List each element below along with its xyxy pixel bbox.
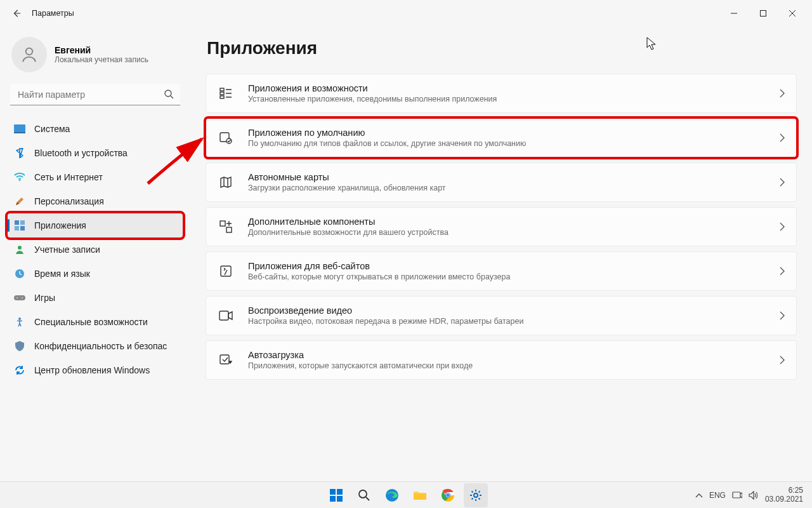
accessibility-icon (14, 316, 25, 328)
search-input[interactable] (10, 84, 180, 105)
minimize-icon (731, 10, 737, 17)
tray-date: 03.09.2021 (765, 495, 803, 504)
svg-rect-28 (330, 496, 336, 502)
nav-label: Специальные возможности (34, 317, 148, 327)
card-apps-for-websites[interactable]: Приложения для веб-сайтовВеб-сайты, кото… (206, 251, 797, 291)
card-title: Приложения и возможности (248, 83, 780, 93)
close-icon (789, 10, 796, 17)
nav-personalization[interactable]: Персонализация (8, 189, 183, 213)
card-optional-features[interactable]: Дополнительные компонентыДополнительные … (206, 207, 797, 246)
bluetooth-icon (14, 147, 25, 159)
nav-label: Сеть и Интернет (34, 172, 103, 182)
card-subtitle: Приложения, которые запускаются автомати… (248, 361, 780, 370)
apps-features-icon (218, 85, 234, 102)
maximize-button[interactable] (749, 3, 778, 23)
svg-rect-17 (220, 92, 224, 95)
nav-bluetooth[interactable]: Bluetooth и устройства (8, 141, 183, 165)
svg-point-13 (16, 297, 18, 298)
svg-point-1 (26, 48, 33, 55)
svg-point-37 (474, 493, 478, 497)
wifi-icon (14, 171, 25, 183)
nav-label: Приложения (34, 220, 86, 231)
apps-icon (14, 220, 25, 231)
svg-rect-38 (733, 492, 740, 498)
nav-apps[interactable]: Приложения (8, 213, 183, 237)
tray-language[interactable]: ENG (709, 491, 726, 500)
maximize-icon (760, 10, 766, 17)
card-startup[interactable]: АвтозагрузкаПриложения, которые запускаю… (206, 340, 797, 380)
svg-point-30 (359, 490, 367, 498)
svg-rect-6 (15, 220, 19, 225)
card-subtitle: Дополнительные возможности для вашего ус… (248, 228, 780, 237)
nav-label: Персонализация (34, 196, 104, 206)
tray-chevron-icon[interactable] (695, 493, 703, 498)
chevron-right-icon (780, 311, 785, 320)
card-title: Воспроизведение видео (248, 305, 780, 316)
svg-rect-21 (220, 221, 225, 226)
nav-network[interactable]: Сеть и Интернет (8, 165, 183, 189)
card-subtitle: Установленные приложения, псевдонимы вып… (248, 95, 780, 104)
page-title: Приложения (207, 38, 797, 58)
nav-time-language[interactable]: Время и язык (8, 262, 183, 286)
default-apps-icon (218, 130, 234, 146)
time-icon (14, 268, 25, 279)
search-icon (164, 89, 174, 99)
card-default-apps[interactable]: Приложения по умолчаниюПо умолчанию для … (206, 118, 797, 157)
svg-rect-0 (761, 11, 766, 17)
search-box[interactable] (10, 84, 180, 105)
person-icon (20, 45, 39, 64)
card-offline-maps[interactable]: Автономные картыЗагрузки расположение хр… (206, 163, 797, 202)
svg-rect-24 (219, 311, 228, 320)
card-title: Автозагрузка (248, 350, 780, 360)
back-button[interactable] (5, 2, 28, 25)
accounts-icon (14, 244, 25, 255)
chevron-right-icon (780, 133, 785, 142)
card-video-playback[interactable]: Воспроизведение видеоНастройка видео, по… (206, 296, 797, 335)
taskbar-settings[interactable] (464, 483, 488, 507)
nav-list: Система Bluetooth и устройства Сеть и Ин… (8, 117, 183, 382)
taskbar-chrome[interactable] (436, 483, 460, 507)
nav-system[interactable]: Система (8, 117, 183, 141)
nav-accessibility[interactable]: Специальные возможности (8, 310, 183, 334)
nav-label: Время и язык (34, 269, 90, 279)
tray-time: 6:25 (765, 486, 803, 495)
nav-label: Игры (34, 293, 55, 303)
svg-point-5 (19, 180, 20, 181)
svg-rect-23 (221, 266, 231, 276)
nav-label: Bluetooth и устройства (34, 148, 128, 158)
personalize-icon (14, 196, 25, 207)
system-icon (14, 123, 25, 135)
chevron-right-icon (780, 178, 785, 187)
card-title: Дополнительные компоненты (248, 217, 780, 227)
close-button[interactable] (778, 3, 807, 23)
taskbar-search[interactable] (352, 483, 376, 507)
chevron-right-icon (780, 356, 785, 364)
svg-point-2 (165, 90, 171, 97)
start-button[interactable] (324, 483, 348, 507)
video-icon (218, 307, 234, 324)
card-apps-features[interactable]: Приложения и возможностиУстановленные пр… (206, 74, 797, 113)
taskbar-edge[interactable] (380, 483, 404, 507)
card-subtitle: По умолчанию для типов файлов и ссылок, … (248, 139, 780, 148)
nav-accounts[interactable]: Учетные записи (8, 237, 183, 262)
nav-gaming[interactable]: Игры (8, 286, 183, 310)
svg-point-14 (22, 297, 23, 298)
optional-features-icon (218, 218, 234, 235)
nav-windows-update[interactable]: Центр обновления Windows (8, 358, 183, 382)
nav-privacy[interactable]: Конфиденциальность и безопас (8, 334, 183, 358)
svg-rect-25 (220, 355, 229, 364)
tray-clock[interactable]: 6:25 03.09.2021 (765, 486, 803, 504)
tray-network-icon[interactable] (732, 491, 742, 500)
svg-rect-22 (226, 227, 232, 232)
taskbar-explorer[interactable] (408, 483, 432, 507)
user-profile[interactable]: Евгений Локальная учетная запись (8, 33, 183, 84)
nav-label: Конфиденциальность и безопас (34, 341, 167, 351)
svg-rect-4 (14, 132, 25, 133)
nav-label: Учетные записи (34, 244, 100, 255)
svg-rect-9 (20, 226, 25, 231)
taskbar: ENG 6:25 03.09.2021 (0, 481, 812, 508)
minimize-button[interactable] (719, 3, 749, 23)
svg-rect-32 (414, 493, 426, 500)
tray-volume-icon[interactable] (749, 491, 759, 500)
websites-icon (218, 263, 234, 279)
